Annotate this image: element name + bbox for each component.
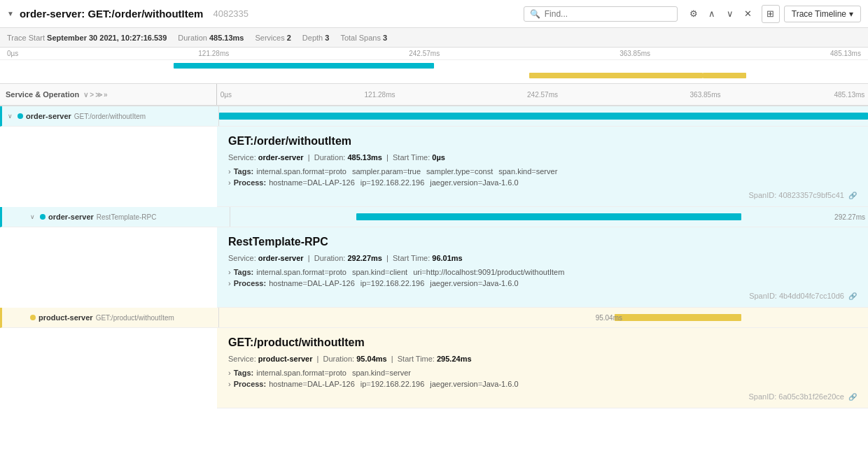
toggle-icon-1[interactable]: ∨: [8, 113, 15, 120]
op-name-1: GET:/order/withoutItem: [74, 113, 146, 120]
nav-up-icon[interactable]: ∧: [703, 5, 721, 23]
proc-tag-1-2: ip=192.168.22.196: [360, 178, 424, 187]
proc-tag-3-2: ip=192.168.22.196: [360, 380, 424, 388]
process-label-2: Process:: [234, 279, 266, 287]
col-service-op-header: Service & Operation ∨ > ≫ »: [0, 84, 217, 105]
sort-icon-2[interactable]: >: [90, 91, 94, 99]
tags-label-1: Tags:: [234, 167, 254, 176]
span-right-2: 292.27ms: [230, 207, 868, 227]
tag-1-3: sampler.type=const: [426, 167, 493, 176]
span-row-1: ∨ order-server GET:/order/withoutItem GE…: [0, 106, 868, 207]
tag-2-2: span.kind=client: [352, 268, 407, 276]
service-op-label: Service & Operation: [6, 90, 79, 99]
proc-tag-1-1: hostname=DAL-LAP-126: [269, 178, 355, 187]
link-icon-3[interactable]: 🔗: [848, 393, 857, 401]
detail-process-row-3: › Process: hostname=DAL-LAP-126 ip=192.1…: [228, 380, 857, 388]
sort-icon-3[interactable]: ≫: [95, 91, 102, 99]
tag-1-4: span.kind=server: [498, 167, 557, 176]
col-t1: 121.28ms: [365, 91, 396, 99]
timeline-overview[interactable]: 0µs 121.28ms 242.57ms 363.85ms 485.13ms: [0, 48, 868, 84]
detail-title-3: GET:/product/withoutItem: [228, 336, 857, 349]
spanid-row-2: SpanID: 4b4dd04fc7cc10d6 🔗: [228, 292, 857, 300]
timeline-ruler: 0µs 121.28ms 242.57ms 363.85ms 485.13ms: [0, 48, 868, 60]
color-dot-2: [40, 214, 46, 220]
ruler-t0: 0µs: [7, 50, 18, 57]
span-left-2[interactable]: ∨ order-server RestTemplate-RPC: [13, 207, 230, 227]
trace-title: order-server: GET:/order/withoutItem: [20, 8, 204, 20]
trace-duration-info: Duration 485.13ms: [178, 34, 244, 42]
ruler-t4: 485.13ms: [830, 50, 861, 57]
process-label-1: Process:: [234, 178, 266, 187]
spanid-value-3: 6a05c3b1f26e20ce: [778, 392, 844, 401]
process-chevron-3[interactable]: ›: [228, 380, 231, 388]
ruler-t1: 121.28ms: [198, 50, 229, 57]
trace-timeline-button[interactable]: Trace Timeline ▾: [784, 6, 861, 22]
proc-tag-2-2: ip=192.168.22.196: [360, 279, 424, 287]
nav-down-icon[interactable]: ∨: [721, 5, 739, 23]
detail-process-row-1: › Process: hostname=DAL-LAP-126 ip=192.1…: [228, 178, 857, 187]
sort-icon-1[interactable]: ∨: [83, 91, 88, 99]
tags-chevron-2[interactable]: ›: [228, 268, 231, 276]
search-input[interactable]: [545, 9, 671, 19]
detail-meta-3: Service: product-server | Duration: 95.0…: [228, 355, 857, 363]
detail-tags-row-3: › Tags: internal.span.format=proto span.…: [228, 369, 857, 377]
header-actions: ⚙ ∧ ∨ ✕ ⊞ Trace Timeline ▾: [685, 5, 861, 23]
col-headers: Service & Operation ∨ > ≫ » 0µs 121.28ms…: [0, 84, 868, 106]
tags-chevron-3[interactable]: ›: [228, 369, 231, 377]
detail-panel-1: GET:/order/withoutItem Service: order-se…: [217, 127, 868, 207]
header: ▼ order-server: GET:/order/withoutItem 4…: [0, 0, 868, 28]
span-label-2: order-server RestTemplate-RPC: [40, 213, 156, 221]
sort-icon-4[interactable]: »: [104, 91, 108, 99]
op-name-2: RestTemplate-RPC: [97, 213, 157, 221]
span-row-2: ∨ order-server RestTemplate-RPC 292.27ms…: [0, 207, 868, 308]
trace-timeline-label: Trace Timeline: [792, 9, 846, 19]
dropdown-icon: ▾: [849, 9, 853, 19]
span-left-1[interactable]: ∨ order-server GET:/order/withoutItem: [2, 106, 219, 126]
detail-tags-row-2: › Tags: internal.span.format=proto span.…: [228, 268, 857, 276]
service-name-3: product-server: [38, 313, 93, 322]
settings-icon[interactable]: ⚙: [685, 5, 703, 23]
detail-title-2: RestTemplate-RPC: [228, 236, 857, 248]
graph-icon[interactable]: ⊞: [762, 5, 780, 23]
col-t3: 363.85ms: [690, 91, 721, 99]
service-name-2: order-server: [48, 213, 94, 221]
spanid-value-1: 40823357c9bf5c41: [778, 191, 844, 199]
detail-title-1: GET:/order/withoutItem: [228, 135, 857, 148]
search-icon: 🔍: [530, 9, 540, 19]
search-box[interactable]: 🔍: [524, 6, 678, 22]
detail-panel-3: GET:/product/withoutItem Service: produc…: [217, 328, 868, 408]
tag-2-3: uri=http://localhost:9091/product/withou…: [413, 268, 564, 276]
duration-label-2: 292.27ms: [834, 213, 865, 221]
op-name-3: GET:/product/withoutItem: [96, 314, 174, 322]
link-icon-2[interactable]: 🔗: [848, 292, 857, 300]
tag-1-2: sampler.param=true: [352, 167, 421, 176]
nav-icons: ⚙ ∧ ∨ ✕: [685, 5, 757, 23]
spanid-row-1: SpanID: 40823357c9bf5c41 🔗: [228, 191, 857, 199]
toggle-icon-2[interactable]: ∨: [30, 213, 37, 220]
trace-services-info: Services 2: [255, 34, 290, 42]
span-left-3[interactable]: product-server GET:/product/withoutItem: [2, 308, 219, 327]
main-content: Service & Operation ∨ > ≫ » 0µs 121.28ms…: [0, 84, 868, 456]
tags-list-1: internal.span.format=proto sampler.param…: [256, 167, 557, 176]
span-right-1: [219, 106, 868, 126]
detail-meta-1: Service: order-server | Duration: 485.13…: [228, 153, 857, 162]
process-tags-1: hostname=DAL-LAP-126 ip=192.168.22.196 j…: [269, 178, 518, 187]
tags-label-3: Tags:: [234, 369, 254, 377]
proc-tag-1-3: jaeger.version=Java-1.6.0: [430, 178, 518, 187]
trace-depth-info: Depth 3: [302, 34, 330, 42]
tags-chevron-1[interactable]: ›: [228, 167, 231, 176]
process-tags-3: hostname=DAL-LAP-126 ip=192.168.22.196 j…: [269, 380, 518, 388]
process-chevron-1[interactable]: ›: [228, 178, 231, 187]
color-dot-1: [18, 113, 23, 119]
trace-id: 4082335: [213, 8, 248, 19]
service-name-1: order-server: [26, 112, 71, 120]
tag-3-1: internal.span.format=proto: [256, 369, 346, 377]
link-icon-1[interactable]: 🔗: [848, 192, 857, 199]
process-chevron-2[interactable]: ›: [228, 279, 231, 287]
trace-info-bar: Trace Start September 30 2021, 10:27:16.…: [0, 28, 868, 48]
trace-total-spans-info: Total Spans 3: [340, 34, 387, 42]
collapse-icon[interactable]: ▼: [7, 10, 14, 17]
detail-panel-2: RestTemplate-RPC Service: order-server |…: [217, 227, 868, 308]
close-icon[interactable]: ✕: [739, 5, 757, 23]
detail-meta-2: Service: order-server | Duration: 292.27…: [228, 254, 857, 262]
